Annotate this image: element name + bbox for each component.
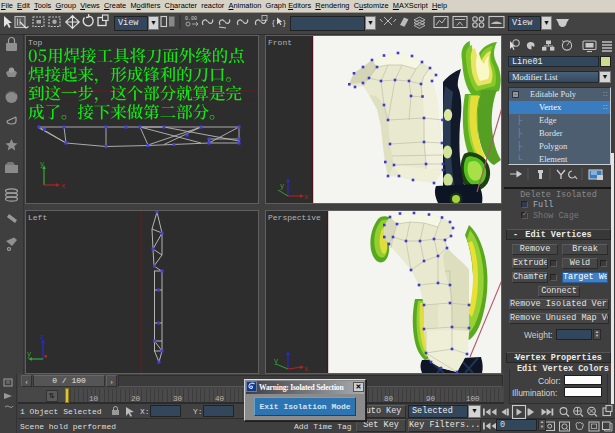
svg-text:y: y — [280, 182, 284, 190]
svg-text:y: y — [27, 350, 31, 358]
svg-text:z: z — [40, 333, 44, 341]
svg-text:x: x — [304, 193, 308, 201]
svg-text:}: } — [283, 18, 286, 27]
svg-text:x: x — [61, 182, 65, 190]
svg-text:y: y — [40, 160, 44, 168]
svg-text:{: { — [272, 18, 275, 27]
svg-text:0.00: 0.00 — [185, 16, 197, 22]
svg-text:x: x — [304, 365, 308, 373]
